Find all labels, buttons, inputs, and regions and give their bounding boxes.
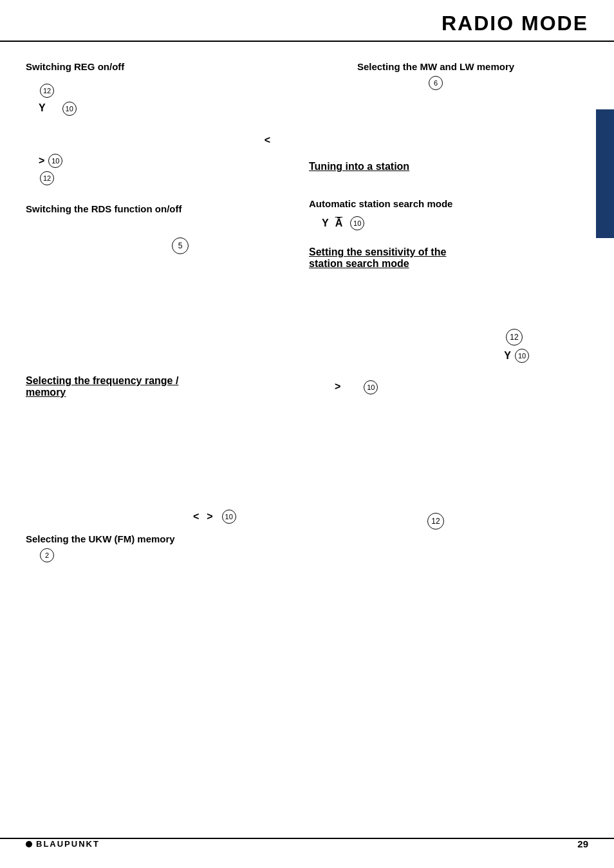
right-column: Selecting the MW and LW memory 6 Tuning …: [309, 42, 588, 580]
ukw-section: Selecting the UKW (FM) memory 2: [26, 533, 309, 562]
circle-10-sens-b: 10: [364, 380, 378, 394]
ukw-circle-line: 2: [26, 548, 309, 562]
arrow-right-freq-wrapper: >: [207, 506, 212, 527]
ukw-heading: Selecting the UKW (FM) memory: [26, 533, 309, 544]
switching-reg-line1: 12: [26, 84, 309, 98]
sensitivity-heading-line2: station search mode: [309, 258, 409, 270]
spacer-block: [26, 272, 309, 375]
circle-2-ukw: 2: [40, 548, 54, 562]
circle-10-freq: 10: [222, 510, 236, 524]
ukw-circle-right: 12: [309, 513, 563, 530]
arrow-right-sens: >: [335, 376, 340, 397]
tuning-heading: Tuning into a station: [309, 161, 409, 172]
arrow-left-reg: <: [265, 130, 270, 151]
sensitivity-heading: Setting the sensitivity of the station s…: [309, 246, 563, 270]
page-number: 29: [577, 838, 588, 849]
sensitivity-y-line: Y 10: [309, 346, 530, 366]
circle-6-mw: 6: [429, 76, 443, 90]
mw-lw-circle: 6: [309, 76, 563, 90]
arrow-strikethrough-auto: Ā: [335, 213, 343, 234]
circle-12-reg-b: 12: [40, 171, 54, 185]
auto-search-heading: Automatic station search mode: [309, 198, 563, 209]
brand-dot: [26, 841, 32, 847]
circle-12-reg: 12: [40, 84, 54, 98]
arrow-right-freq: >: [207, 511, 212, 522]
freq-section: Selecting the frequency range / memory: [26, 375, 309, 398]
arrow-down-sens: Y: [504, 346, 511, 366]
freq-heading-line2: memory: [26, 387, 66, 398]
header: RADIO MODE: [0, 0, 614, 42]
arrow-down-auto: Y: [322, 213, 329, 234]
mw-lw-heading: Selecting the MW and LW memory: [309, 61, 563, 72]
arrow-right-reg: >: [39, 151, 44, 171]
tuning-section: Tuning into a station: [309, 161, 563, 172]
brand-name: BLAUPUNKT: [36, 839, 100, 849]
switching-reg-line2: Y 10: [26, 98, 309, 118]
auto-search-arrows: Y Ā 10: [322, 213, 563, 234]
switching-rds-circle: 5: [26, 237, 309, 254]
footer-brand: BLAUPUNKT: [26, 839, 100, 849]
circle-12-ukw: 12: [427, 513, 444, 530]
sensitivity-section: Setting the sensitivity of the station s…: [309, 246, 563, 397]
switching-rds-heading: Switching the RDS function on/off: [26, 203, 309, 214]
circle-5-rds: 5: [172, 237, 189, 254]
circle-10-reg-a: 10: [61, 99, 78, 117]
mw-lw-section: Selecting the MW and LW memory 6: [309, 61, 563, 90]
circle-10-sens-a: 10: [515, 349, 529, 363]
sensitivity-circle12: 12: [309, 329, 524, 346]
page-container: RADIO MODE Switching REG on/off 12 Y 10: [0, 0, 614, 868]
arrow-down-reg: Y: [39, 98, 46, 118]
main-content: Switching REG on/off 12 Y 10 < > 10: [0, 42, 614, 580]
switching-rds-section: Switching the RDS function on/off 5: [26, 203, 309, 254]
arrow-left-freq: <: [193, 506, 199, 527]
switching-reg-line3: <: [26, 130, 309, 151]
page-title: RADIO MODE: [442, 12, 588, 35]
switching-reg-section: Switching REG on/off 12 Y 10 < > 10: [26, 61, 309, 185]
circle-10-reg-b: 10: [48, 154, 62, 168]
freq-heading-line1: Selecting the frequency range /: [26, 375, 178, 387]
auto-search-section: Automatic station search mode Y Ā 10: [309, 198, 563, 234]
switching-reg-line4: > 10: [26, 151, 309, 171]
spacer-block2: [26, 416, 309, 506]
sensitivity-arrow-right-line: > 10: [335, 376, 563, 397]
switching-reg-heading: Switching REG on/off: [26, 61, 309, 72]
left-column: Switching REG on/off 12 Y 10 < > 10: [26, 42, 309, 580]
switching-reg-line5: 12: [26, 171, 309, 185]
circle-10-auto: 10: [350, 216, 364, 230]
footer: BLAUPUNKT 29: [0, 838, 614, 849]
sensitivity-heading-line1: Setting the sensitivity of the: [309, 246, 446, 258]
freq-arrows-line: < > 10: [193, 506, 309, 527]
circle-12-sens: 12: [506, 329, 523, 346]
